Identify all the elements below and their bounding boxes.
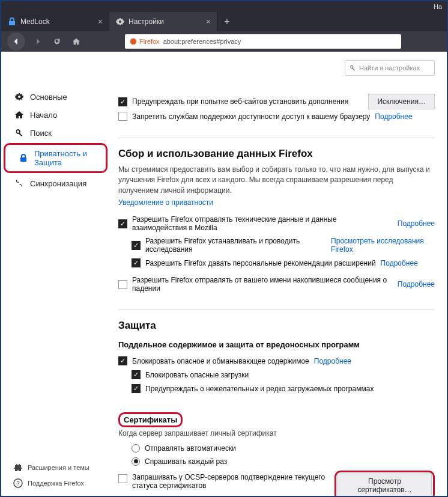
privacy-notice-link[interactable]: Уведомление о приватности	[118, 198, 213, 207]
sidebar-item-label: Приватность и Защита	[34, 149, 98, 167]
option-label: Разрешить Firefox отправлять от вашего и…	[132, 276, 398, 293]
option-label: Запрашивать у OCSP-серверов подтверждени…	[132, 473, 334, 490]
sidebar-item-search[interactable]: Поиск	[1, 124, 112, 142]
lock-icon	[19, 153, 28, 163]
tab-medlock[interactable]: MedLock ×	[1, 12, 109, 31]
checkbox-crash-reports[interactable]	[118, 280, 127, 289]
url-bar[interactable]: Firefox about:preferences#privacy	[125, 34, 401, 49]
checkbox-warn-unwanted[interactable]	[132, 384, 141, 393]
reload-button[interactable]	[50, 35, 64, 48]
checkbox-block-dangerous[interactable]	[118, 356, 127, 365]
option-label: Блокировать опасные загрузки	[145, 371, 249, 379]
sidebar-support-link[interactable]: ? Поддержка Firefox	[13, 475, 89, 491]
checkbox-studies[interactable]	[132, 241, 141, 250]
option-label: Разрешить Firefox устанавливать и провод…	[145, 237, 326, 254]
question-icon: ?	[13, 478, 23, 488]
preferences-sidebar: Основные Начало Поиск Приватность и Защи…	[1, 52, 112, 192]
lock-icon	[7, 17, 17, 26]
home-icon	[14, 110, 24, 120]
sidebar-item-label: Основные	[30, 93, 67, 102]
search-icon	[349, 64, 356, 72]
checkbox-ocsp[interactable]	[118, 474, 127, 483]
sidebar-item-label: Поиск	[30, 129, 52, 138]
option-label: Спрашивать каждый раз	[145, 457, 227, 466]
puzzle-icon	[13, 463, 23, 472]
sidebar-item-label: Синхронизация	[30, 179, 86, 188]
home-button[interactable]	[70, 35, 83, 48]
checkbox-tech-data[interactable]	[118, 219, 127, 228]
footer-link-label: Расширения и темы	[28, 464, 89, 471]
option-label: Отправлять автоматически	[145, 444, 236, 453]
view-studies-link[interactable]: Просмотреть исследования Firefox	[331, 237, 435, 254]
checkbox-warn-addons[interactable]	[118, 97, 127, 106]
view-certificates-button[interactable]: Просмотр сертификатов…	[338, 474, 432, 496]
search-input[interactable]: Найти в настройках	[345, 60, 435, 76]
checkbox-recommendations[interactable]	[132, 258, 141, 267]
nav-toolbar: Firefox about:preferences#privacy	[1, 31, 447, 52]
sidebar-item-privacy[interactable]: Приватность и Защита	[5, 145, 106, 171]
learn-more-link[interactable]: Подробнее	[381, 259, 418, 267]
radio-ask-every-time[interactable]	[132, 457, 140, 466]
sidebar-item-sync[interactable]: Синхронизация	[1, 174, 112, 192]
search-placeholder: Найти в настройках	[359, 64, 420, 72]
close-icon[interactable]: ×	[98, 17, 103, 26]
option-label: Запретить службам поддержки доступности …	[132, 112, 370, 121]
radio-send-auto[interactable]	[132, 444, 140, 453]
new-tab-button[interactable]: +	[217, 12, 237, 31]
sidebar-extensions-link[interactable]: Расширения и темы	[13, 460, 89, 475]
option-label: Предупреждать при попытке веб-сайтов уст…	[132, 97, 348, 106]
section-heading-data-collection: Сбор и использование данных Firefox	[118, 148, 435, 160]
window-title-fragment: На	[1, 1, 447, 12]
tab-strip: MedLock × Настройки × +	[1, 12, 447, 31]
learn-more-link[interactable]: Подробнее	[375, 112, 412, 121]
sidebar-item-label: Начало	[30, 111, 57, 120]
option-label: Разрешить Firefox отправлять технические…	[132, 215, 393, 232]
firefox-badge: Firefox	[130, 38, 160, 45]
option-label: Разрешить Firefox давать персональные ре…	[145, 259, 376, 267]
tab-label: Настройки	[129, 17, 164, 26]
close-icon[interactable]: ×	[206, 17, 211, 26]
learn-more-link[interactable]: Подробнее	[398, 280, 435, 288]
section-heading-security: Защита	[118, 320, 435, 332]
checkbox-block-a11y[interactable]	[118, 112, 127, 121]
sidebar-item-home[interactable]: Начало	[1, 106, 112, 124]
subheading-certificates: Сертификаты	[124, 415, 177, 424]
sidebar-item-general[interactable]: Основные	[1, 88, 112, 106]
forward-button[interactable]	[31, 35, 44, 48]
svg-point-0	[130, 38, 137, 45]
option-label: Блокировать опасное и обманывающее содер…	[132, 357, 309, 365]
footer-link-label: Поддержка Firefox	[28, 480, 84, 487]
search-icon	[14, 128, 24, 138]
sync-icon	[14, 178, 24, 188]
gear-icon	[14, 92, 24, 102]
tab-settings[interactable]: Настройки ×	[109, 12, 217, 31]
certificates-description: Когда сервер запрашивает личный сертифик…	[118, 428, 435, 439]
tab-label: MedLock	[20, 17, 50, 26]
preferences-main: Найти в настройках Предупреждать при поп…	[112, 52, 447, 496]
section-description: Мы стремимся предоставить вам выбор и со…	[118, 165, 435, 196]
learn-more-link[interactable]: Подробнее	[398, 219, 435, 228]
learn-more-link[interactable]: Подробнее	[314, 357, 351, 365]
option-label: Предупреждать о нежелательных и редко за…	[145, 385, 374, 393]
exceptions-button[interactable]: Исключения…	[368, 94, 435, 109]
back-button[interactable]	[7, 32, 25, 50]
url-address: about:preferences#privacy	[163, 38, 241, 45]
svg-text:?: ?	[16, 480, 20, 487]
checkbox-block-downloads[interactable]	[132, 370, 141, 379]
subheading-deceptive: Поддельное содержимое и защита от вредон…	[118, 340, 435, 349]
gear-icon	[115, 17, 125, 26]
